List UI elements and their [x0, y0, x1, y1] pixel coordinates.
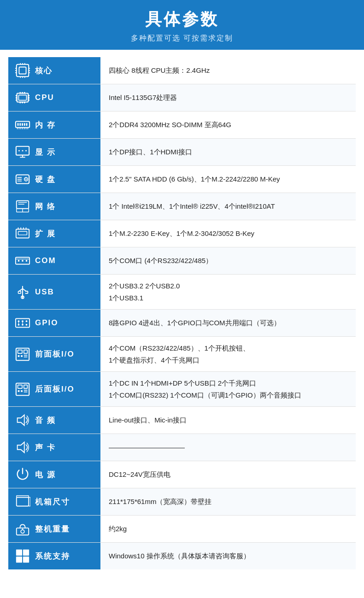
core-icon: [14, 62, 31, 79]
network-icon: [14, 198, 31, 215]
rear-panel-icon: [14, 381, 31, 398]
expansion-label: 扩 展: [35, 229, 56, 239]
audio-label: 音 频: [35, 415, 56, 426]
power-icon: [14, 466, 31, 483]
network-label: 网 络: [35, 201, 56, 212]
hdd-icon: [14, 170, 31, 188]
memory-value: 2个DDR4 3200MHz SO-DIMM 至高64G: [100, 111, 356, 139]
soundcard-label: 声 卡: [35, 442, 56, 453]
spec-table-container: 核心 四核心 8线程 CPU主频：2.4GHz CPU Intel I5-113…: [0, 50, 364, 577]
front-panel-icon: [14, 346, 31, 363]
os-icon: [14, 547, 31, 565]
front-panel-value: 4个COM（RS232/422/485）、1个开机按钮、1个硬盘指示灯、4个千兆…: [100, 337, 356, 372]
soundcard-icon: [14, 439, 31, 456]
audio-value: Line-out接口、Mic-in接口: [100, 407, 356, 434]
weight-label: 整机重量: [35, 524, 70, 534]
soundcard-value: ———————————: [100, 434, 356, 461]
hdd-value: 1个2.5" SATA HDD (6 Gb/s)、1个M.2-2242/2280…: [100, 166, 356, 193]
audio-icon: [14, 411, 31, 429]
page-header: 具体参数 多种配置可选 可按需求定制: [0, 0, 364, 50]
page-wrapper: 具体参数 多种配置可选 可按需求定制 核心 四核心 8线程 CPU主频：2.4G…: [0, 0, 364, 577]
weight-value: 约2kg: [100, 516, 356, 543]
cpu-icon: [14, 89, 31, 106]
dimensions-label: 机箱尺寸: [35, 497, 70, 507]
memory-label: 内 存: [35, 120, 56, 130]
rear-panel-value: 1个DC IN 1个HDMI+DP 5个USB口 2个千兆网口1个COM口(RS…: [100, 372, 356, 407]
cpu-label: CPU: [35, 93, 54, 102]
cpu-value: Intel I5-1135G7处理器: [100, 84, 356, 111]
display-value: 1个DP接口、1个HDMI接口: [100, 139, 356, 166]
hdd-label: 硬 盘: [35, 174, 56, 185]
display-icon: [14, 143, 31, 161]
usb-label: USB: [35, 287, 54, 297]
dimensions-value: 211*175*61mm（宽高深）带壁挂: [100, 488, 356, 516]
com-label: COM: [35, 256, 56, 265]
usb-value: 2个USB3.2 2个USB2.01个USB3.1: [100, 275, 356, 310]
os-label: 系统支持: [35, 551, 70, 562]
core-value: 四核心 8线程 CPU主频：2.4GHz: [100, 57, 356, 84]
spec-table: 核心 四核心 8线程 CPU主频：2.4GHz CPU Intel I5-113…: [8, 57, 356, 569]
gpio-icon: [14, 314, 31, 332]
com-value: 5个COM口 (4个RS232/422/485）: [100, 247, 356, 275]
expansion-icon: [14, 225, 31, 242]
usb-icon: [14, 283, 31, 301]
core-label: 核心: [35, 65, 53, 76]
os-value: Windows10 操作系统（具体版本请咨询客服）: [100, 543, 356, 570]
front-panel-label: 前面板I/O: [35, 349, 75, 359]
weight-icon: [14, 520, 31, 538]
gpio-label: GPIO: [35, 318, 59, 328]
gpio-value: 8路GPIO 4进4出、1个GPIO口与COM共用端口（可选）: [100, 310, 356, 337]
page-title: 具体参数: [9, 8, 355, 31]
memory-icon: [14, 116, 31, 134]
rear-panel-label: 后面板I/O: [35, 384, 75, 394]
com-icon: [14, 252, 31, 270]
page-subtitle: 多种配置可选 可按需求定制: [9, 34, 355, 43]
power-label: 电 源: [35, 469, 56, 480]
expansion-value: 1个M.2-2230 E-Key、1个M.2-3042/3052 B-Key: [100, 220, 356, 247]
power-value: DC12~24V宽压供电: [100, 461, 356, 488]
display-label: 显 示: [35, 147, 56, 158]
network-value: 1个 Intel®i219LM、1个Intel® i225V、4个intel®I…: [100, 193, 356, 220]
dimensions-icon: [14, 493, 31, 510]
